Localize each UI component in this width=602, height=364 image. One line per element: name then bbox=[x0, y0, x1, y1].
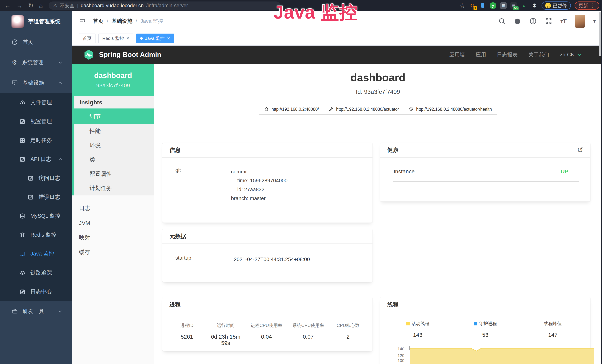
instance-links: http://192.168.0.2:48080/ http://192.168… bbox=[154, 104, 602, 115]
paused-pill[interactable]: 已暂停 bbox=[542, 1, 571, 10]
y-axis bbox=[409, 346, 409, 350]
sba-language-select[interactable]: zh-CN bbox=[560, 52, 582, 58]
sba-item-metrics[interactable]: 性能 bbox=[74, 124, 154, 138]
row-divider bbox=[175, 210, 362, 210]
address-bar[interactable]: ⚠ 不安全 | dashboard.yudao.iocoder.cn /infr… bbox=[49, 1, 280, 10]
search-icon[interactable] bbox=[498, 17, 505, 25]
tab-redis-monitor[interactable]: Redis 监控✕ bbox=[98, 33, 133, 43]
sidebar-item-trace[interactable]: 链路追踪 bbox=[0, 263, 72, 282]
info-git-row: git commit: time: 1596289704000 id: 27aa… bbox=[175, 167, 362, 203]
active-dot bbox=[140, 37, 143, 40]
sba-item-logging[interactable]: 日志 bbox=[72, 201, 154, 216]
health-url-link[interactable]: http://192.168.0.2:48080/actuator/health bbox=[404, 104, 497, 115]
sba-item-jvm[interactable]: JVM bbox=[72, 216, 154, 230]
sba-navbar: Spring Boot Admin 应用墙 应用 日志报表 关于我们 zh-CN bbox=[72, 46, 602, 64]
breadcrumb-infra[interactable]: 基础设施 bbox=[112, 18, 132, 25]
dashboard-icon bbox=[11, 39, 18, 45]
sidebar-item-system[interactable]: ⚙ 系统管理 bbox=[0, 52, 72, 73]
sba-body: dashboard 93a3fc7f7409 Insights 细节 性能 环境… bbox=[72, 64, 602, 364]
bookmark-star-icon[interactable]: ☆ bbox=[460, 2, 465, 9]
screen: ← → ↻ ⌂ ⚠ 不安全 | dashboard.yudao.iocoder.… bbox=[0, 0, 602, 364]
metadata-startup-row: startup 2021-04-27T00:44:31.254+08:00 bbox=[175, 255, 362, 264]
sidebar-item-files[interactable]: 文件管理 bbox=[0, 93, 72, 112]
close-icon[interactable]: ✕ bbox=[126, 36, 129, 41]
browser-menu-icon[interactable]: ⋮ bbox=[590, 2, 595, 9]
sidebar-item-mysql[interactable]: MySQL 监控 bbox=[0, 207, 72, 225]
tab-home[interactable]: 首页 bbox=[79, 33, 96, 43]
breadcrumb-home[interactable]: 首页 bbox=[93, 18, 103, 25]
hamburger-icon[interactable] bbox=[79, 17, 86, 25]
fullscreen-icon[interactable] bbox=[545, 17, 552, 25]
extensions-puzzle-icon[interactable]: ❇ bbox=[531, 2, 538, 9]
sba-logo-icon bbox=[83, 49, 95, 60]
sba-nav-journal[interactable]: 日志报表 bbox=[497, 51, 518, 58]
sba-nav-about[interactable]: 关于我们 bbox=[528, 51, 549, 58]
sidebar-item-infra[interactable]: 基础设施 bbox=[0, 73, 72, 93]
sba-brand[interactable]: Spring Boot Admin bbox=[72, 49, 161, 60]
history-icon[interactable]: ↺ bbox=[577, 146, 583, 154]
sidebar-item-home[interactable]: 首页 bbox=[0, 32, 72, 52]
card-threads: 线程 活动线程 143 守护进程 53 线程峰值 147 bbox=[380, 297, 591, 364]
extension-magnifier-icon[interactable]: ⌕ bbox=[521, 2, 527, 9]
sba-item-caches[interactable]: 缓存 bbox=[72, 245, 154, 260]
font-size-icon[interactable]: TT bbox=[560, 18, 567, 25]
sidebar-item-redis[interactable]: Redis 监控 bbox=[0, 225, 72, 244]
sba-item-scheduled-tasks[interactable]: 计划任务 bbox=[74, 181, 154, 195]
wrench-icon bbox=[329, 107, 333, 112]
sba-item-details[interactable]: 细节 bbox=[74, 108, 154, 124]
threads-chart: 140 120 100 bbox=[380, 344, 590, 364]
github-icon[interactable] bbox=[514, 17, 521, 25]
reload-icon[interactable]: ↻ bbox=[28, 2, 33, 9]
cpu-cores-col: CPU核心数 2 bbox=[329, 322, 367, 346]
card-metadata-title: 元数据 bbox=[170, 233, 186, 240]
sidebar-item-devtools[interactable]: 研发工具 bbox=[0, 301, 72, 321]
sba-item-mappings[interactable]: 映射 bbox=[72, 230, 154, 245]
update-button[interactable]: 更新 ⋮ bbox=[575, 1, 599, 10]
sidebar-item-log-center[interactable]: 日志中心 bbox=[0, 282, 72, 301]
monitor-check-icon bbox=[11, 80, 18, 86]
threads-peak-col: 线程峰值 147 bbox=[519, 321, 587, 338]
extension-refresh-icon[interactable]: ↻1 bbox=[469, 2, 475, 9]
sidebar-item-error-log[interactable]: 错误日志 bbox=[0, 188, 72, 207]
briefcase-icon bbox=[11, 308, 18, 314]
actuator-url-link[interactable]: http://192.168.0.2:48080/actuator bbox=[324, 104, 404, 115]
cloud-upload-icon bbox=[19, 99, 26, 106]
sidebar-item-access-log[interactable]: 访问日志 bbox=[0, 169, 72, 188]
insights-group-label: Insights bbox=[74, 96, 154, 108]
service-url-link[interactable]: http://192.168.0.2:48080/ bbox=[259, 104, 324, 115]
sidebar-item-java-monitor[interactable]: Java 监控 bbox=[0, 244, 72, 263]
scrollbar-thumb[interactable] bbox=[599, 12, 601, 56]
process-cpu-col: 进程CPU使用率 0.04 bbox=[246, 322, 287, 346]
avatar[interactable] bbox=[575, 15, 585, 28]
extension-grid-icon[interactable]: ▦ bbox=[500, 2, 507, 9]
extension-list-icon[interactable]: ☰on bbox=[510, 2, 517, 9]
close-icon[interactable]: ✕ bbox=[167, 36, 170, 41]
y-tick-120: 120 bbox=[380, 353, 404, 358]
extension-y-icon[interactable]: y bbox=[490, 2, 496, 9]
sba-item-classes[interactable]: 类 bbox=[74, 153, 154, 167]
sba-nav-wallboard[interactable]: 应用墙 bbox=[449, 51, 465, 58]
sidebar-item-config[interactable]: 配置管理 bbox=[0, 112, 72, 131]
sba-item-environment[interactable]: 环境 bbox=[74, 138, 154, 153]
paused-label: 已暂停 bbox=[553, 2, 567, 9]
help-icon[interactable] bbox=[529, 17, 537, 25]
extension-badge: 1 bbox=[473, 6, 477, 10]
app-logo-row[interactable]: 芋道管理系统 bbox=[0, 11, 72, 32]
tags-view: 首页 Redis 监控✕ Java 监控✕ bbox=[72, 31, 602, 46]
sba-nav-applications[interactable]: 应用 bbox=[476, 51, 486, 58]
not-secure-icon: ⚠ bbox=[53, 3, 57, 9]
extension-pin-icon[interactable] bbox=[479, 2, 486, 9]
sidebar-item-jobs[interactable]: 定时任务 bbox=[0, 131, 72, 150]
back-icon[interactable]: ← bbox=[4, 2, 11, 9]
sidebar-item-api-log[interactable]: API 日志 bbox=[0, 150, 72, 169]
home-icon[interactable]: ⌂ bbox=[39, 2, 43, 9]
window-edge bbox=[601, 0, 602, 364]
sba-instance-header[interactable]: dashboard 93a3fc7f7409 bbox=[72, 64, 154, 96]
sba-item-config-props[interactable]: 配置属性 bbox=[74, 167, 154, 181]
chevron-down-icon bbox=[58, 309, 63, 314]
card-health-title: 健康 bbox=[387, 146, 398, 154]
tab-java-monitor[interactable]: Java 监控✕ bbox=[136, 33, 174, 43]
forward-icon[interactable]: → bbox=[16, 2, 23, 9]
avatar-caret-icon[interactable]: ▾ bbox=[593, 18, 596, 24]
log-edit-icon bbox=[19, 156, 26, 162]
